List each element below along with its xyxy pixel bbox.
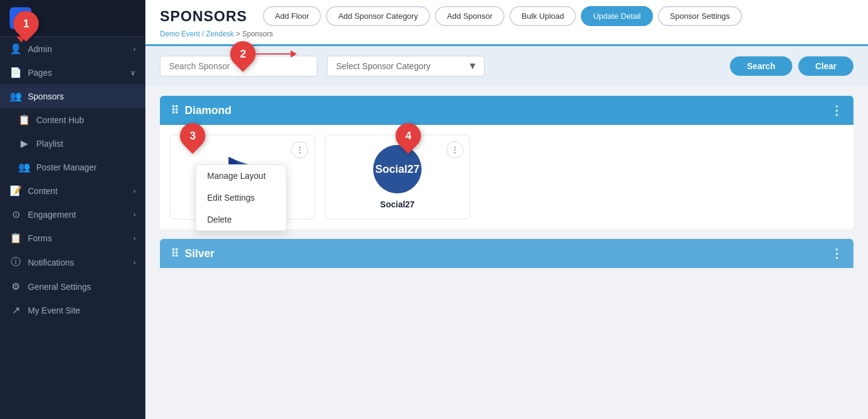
bulk-upload-button[interactable]: Bulk Upload: [509, 6, 576, 26]
content-arrow-icon: ›: [133, 187, 136, 195]
context-menu-delete[interactable]: Delete: [196, 209, 286, 230]
add-floor-button[interactable]: Add Floor: [263, 6, 321, 26]
engagement-icon: ⊙: [10, 209, 22, 220]
clear-button[interactable]: Clear: [798, 56, 853, 76]
filter-section: 2 Select Sponsor Category ▼ Search Clea: [145, 46, 868, 86]
silver-category-section: ⠿ Silver ⋮: [160, 239, 853, 268]
category-select[interactable]: Select Sponsor Category: [327, 56, 485, 76]
marker-2-label: 2: [240, 48, 246, 61]
diamond-category-title: Diamond: [185, 104, 231, 117]
silver-category-header: ⠿ Silver ⋮: [160, 239, 853, 268]
marker-1-label: 1: [23, 18, 29, 30]
sponsor-card-your-tech-2-go: 3 ⋮ Manage Layout Edit Settings Delete: [170, 135, 315, 220]
header-buttons: Add Floor Add Sponsor Category Add Spons…: [263, 6, 742, 26]
diamond-category-section: ⠿ Diamond ⋮ 3 ⋮ Manage Layout: [160, 96, 853, 229]
main-content: SPONSORS Add Floor Add Sponsor Category …: [145, 0, 868, 419]
breadcrumb-current: Sponsors: [242, 30, 273, 38]
sidebar-item-pages[interactable]: 📄 Pages ∨: [0, 61, 145, 84]
social27-logo-circle: Social27: [373, 145, 422, 193]
sidebar-item-sponsors[interactable]: 👥 Sponsors: [0, 84, 145, 108]
content-icon: 📝: [10, 185, 22, 196]
notifications-icon: ⓘ: [10, 256, 22, 269]
diamond-category-menu-button[interactable]: ⋮: [830, 103, 843, 118]
sidebar-item-engagement[interactable]: ⊙ Engagement ›: [0, 203, 145, 226]
notifications-arrow-icon: ›: [133, 258, 136, 267]
grid-icon: ⠿: [171, 104, 179, 117]
add-sponsor-category-button[interactable]: Add Sponsor Category: [326, 6, 430, 26]
category-select-wrap: Select Sponsor Category ▼: [327, 56, 485, 76]
marker-2-container: 2: [145, 35, 207, 61]
pages-icon: 📄: [10, 67, 22, 78]
card-menu-button-social27[interactable]: ⋮: [446, 141, 463, 158]
card-menu-button-your-tech-2-go[interactable]: ⋮: [291, 141, 308, 158]
forms-arrow-icon: ›: [133, 234, 136, 243]
content-hub-icon: 📋: [18, 114, 30, 126]
poster-manager-icon: 👥: [18, 161, 30, 173]
silver-category-title: Silver: [185, 247, 214, 260]
sponsors-icon: 👥: [10, 90, 22, 102]
sponsor-card-social27: 4 ⋮ Social27 Social27: [325, 135, 470, 220]
social27-logo: Social27: [367, 145, 428, 193]
silver-grid-icon: ⠿: [171, 247, 179, 260]
admin-icon: 👤: [10, 43, 22, 55]
breadcrumb-separator: >: [236, 30, 242, 38]
sidebar-item-playlist[interactable]: ▶ Playlist: [0, 132, 145, 155]
marker-4-label: 4: [405, 130, 411, 142]
external-link-icon: ↗: [10, 304, 22, 316]
header-top: SPONSORS Add Floor Add Sponsor Category …: [160, 6, 853, 26]
context-menu-your-tech-2-go: Manage Layout Edit Settings Delete: [196, 164, 287, 231]
breadcrumb: Demo Event / Zendesk > Sponsors: [160, 30, 853, 38]
search-button[interactable]: Search: [730, 56, 792, 76]
social27-name: Social27: [380, 199, 415, 209]
playlist-icon: ▶: [18, 138, 30, 149]
engagement-arrow-icon: ›: [133, 210, 136, 219]
arrow-icon: ›: [133, 45, 136, 53]
diamond-category-body: 3 ⋮ Manage Layout Edit Settings Delete: [160, 125, 853, 229]
marker-1: 1: [13, 11, 39, 42]
add-sponsor-button[interactable]: Add Sponsor: [435, 6, 505, 26]
sidebar-item-general-settings[interactable]: ⚙ General Settings: [0, 275, 145, 298]
content-area: ⠿ Diamond ⋮ 3 ⋮ Manage Layout: [145, 86, 868, 419]
sidebar-item-notifications[interactable]: ⓘ Notifications ›: [0, 250, 145, 275]
marker-3-container: 3: [180, 123, 205, 149]
diamond-category-header: ⠿ Diamond ⋮: [160, 96, 853, 125]
marker-4-container: 4: [396, 123, 421, 149]
arrow-icon-2: ∨: [130, 69, 136, 77]
sidebar: 1 E 👤 Admin › 📄 Pages ∨ 👥 Sponsors 📋 Con…: [0, 0, 145, 419]
sidebar-item-content[interactable]: 📝 Content ›: [0, 179, 145, 203]
sidebar-item-poster-manager[interactable]: 👥 Poster Manager: [0, 155, 145, 179]
header: SPONSORS Add Floor Add Sponsor Category …: [145, 0, 868, 46]
settings-icon: ⚙: [10, 281, 22, 292]
sidebar-item-forms[interactable]: 📋 Forms ›: [0, 226, 145, 250]
sidebar-item-content-hub[interactable]: 📋 Content Hub: [0, 108, 145, 132]
forms-icon: 📋: [10, 232, 22, 244]
update-detail-button[interactable]: Update Detail: [581, 6, 653, 26]
context-menu-manage-layout[interactable]: Manage Layout: [196, 165, 286, 187]
context-menu-edit-settings[interactable]: Edit Settings: [196, 187, 286, 209]
filter-actions: Search Clear: [730, 56, 853, 76]
page-title: SPONSORS: [160, 8, 247, 25]
social27-logo-text: Social27: [375, 163, 419, 176]
sponsor-settings-button[interactable]: Sponsor Settings: [658, 6, 742, 26]
silver-category-menu-button[interactable]: ⋮: [830, 246, 843, 261]
sidebar-item-my-event-site[interactable]: ↗ My Event Site: [0, 298, 145, 322]
marker-3-label: 3: [190, 130, 196, 142]
